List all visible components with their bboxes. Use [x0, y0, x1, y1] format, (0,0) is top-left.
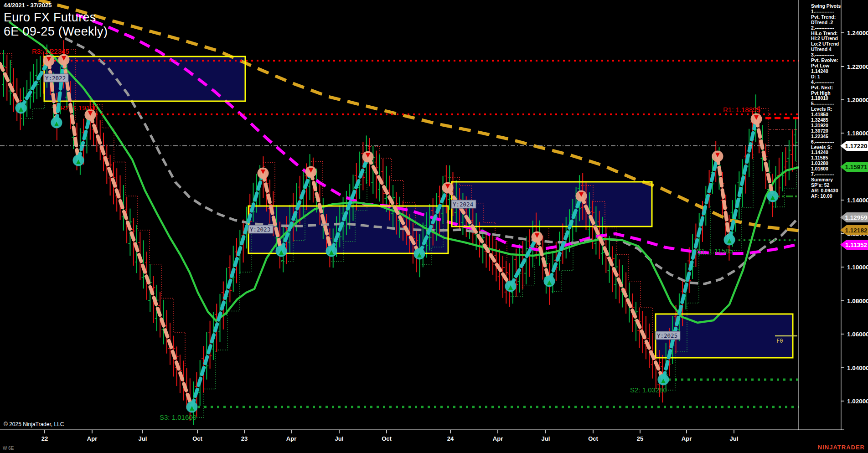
chart-header: 44/2021 - 37/2025 Euro FX Futures 6E 09-… [4, 2, 108, 39]
zigzag-down-leg[interactable] [90, 115, 192, 407]
ninjatrader-chart-window: R3: 1.22345R2: 1.19100R1: 1.18895S1: 1.1… [0, 0, 868, 453]
level-label-s1: S1: 1.11585 [697, 247, 733, 255]
level-label-s3: S3: 1.01600 [160, 413, 196, 421]
x-axis-tick-label: Apr [493, 435, 503, 442]
x-axis-tick-label: Jul [335, 435, 344, 442]
zigzag-down-leg[interactable] [756, 119, 773, 196]
y-axis-tick-label: 1.04000 [847, 365, 868, 371]
price-tag-label: 1.15971 [845, 164, 868, 170]
y-axis-tick-label: 1.06000 [847, 331, 868, 338]
x-axis-tick-label: Jul [139, 435, 147, 442]
y-axis-tick-label: 1.02000 [847, 398, 868, 405]
price-tag-label: 1.12959 [845, 214, 868, 221]
y-axis-tick-label: 1.14000 [847, 197, 868, 204]
pivot-panel-line: DTrend -2 [811, 20, 842, 26]
pivot-panel-line: AR: 0.09430 [811, 188, 842, 194]
pivot-panel-line: 6.------------ [811, 139, 842, 145]
zigzag-down-leg[interactable] [718, 156, 729, 240]
x-axis-tick-label: Oct [588, 435, 598, 442]
x-axis-tick-label: Jul [730, 435, 739, 442]
level-label-r1: R1: 1.18895 [723, 106, 760, 113]
stop-step-line-long [663, 206, 711, 390]
moving-averages [9, 0, 799, 323]
ninjatrader-logo: NINJATRADER [818, 444, 865, 451]
stop-step-line-short [90, 104, 185, 366]
ma-magenta-medium [76, 15, 799, 254]
x-axis-tick-label: 25 [637, 435, 643, 442]
copyright-label: © 2025 NinjaTrader, LLC [4, 421, 64, 427]
pivot-panel-line: 4.------------ [811, 80, 842, 85]
year-label-text: Y:2025 [657, 332, 677, 339]
price-tag-label: 1.17220 [845, 143, 868, 149]
x-axis-tick-label: Oct [382, 435, 392, 442]
y-axis-tick-label: 1.20000 [847, 97, 868, 103]
level-label-r2: R2: 1.19100 [60, 104, 98, 112]
price-tag-label: 1.11352 [845, 242, 867, 248]
x-axis-tick-label: 24 [447, 435, 454, 442]
pivot-panel-line: 1.14240 [811, 69, 842, 74]
y-axis-tick-label: 1.22000 [847, 63, 868, 70]
pivot-panel-line: AF: 10.00 [811, 194, 842, 199]
y-axis-tick-label: 1.18000 [847, 130, 868, 137]
stop-step-line-long [192, 233, 251, 418]
pivot-panel-line: 1.30720 [811, 129, 842, 134]
price-tags: 1.172201.159711.129591.121821.11352 [840, 141, 868, 250]
year-label-text: Y:2022 [45, 75, 66, 82]
x-axis-tick-label: Jul [542, 435, 550, 442]
price-tag-label: 1.12182 [845, 227, 868, 234]
pivot-panel-line: 1.22345 [811, 134, 842, 139]
x-axis-tick-label: Apr [87, 435, 97, 442]
x-axis-tick-label: Apr [682, 435, 692, 442]
y-axis-tick-label: 1.24000 [847, 30, 868, 36]
x-axis-tick-label: 23 [241, 435, 248, 442]
date-range-label: 44/2021 - 37/2025 [4, 2, 108, 9]
pivot-panel-line: D: 1 [811, 74, 842, 80]
chart-subtitle: 6E 09-25 (Weekly) [4, 25, 108, 39]
level-label-r3: R3: 1.22345 [32, 47, 69, 55]
x-axis-tick-label: Apr [286, 435, 296, 442]
x-axis-tick-label: 22 [41, 435, 48, 442]
year-label-text: Y:2023 [250, 226, 270, 233]
pivot-panel-line: 2.------------ [811, 26, 842, 31]
chart-title: Euro FX Futures [4, 10, 108, 25]
zigzag-up-leg[interactable] [729, 119, 756, 240]
instrument-label: W 6E [3, 446, 14, 451]
pivot-panel-line: Pvt. Next: [811, 85, 842, 91]
pivot-panel-line: Pvt. Trend: [811, 15, 842, 20]
swing-pivots-panel: Swing Pivots1.------------Pvt. Trend:DTr… [811, 4, 842, 199]
level-label-s2: S2: 1.03280 [630, 386, 667, 394]
y-axis-tick-label: 1.10000 [847, 264, 868, 271]
f0-label: F0 [776, 338, 783, 344]
year-label-text: Y:2024 [453, 201, 473, 208]
y-axis-tick-label: 1.08000 [847, 298, 868, 304]
chart-canvas[interactable]: R3: 1.22345R2: 1.19100R1: 1.18895S1: 1.1… [0, 0, 868, 453]
x-axis-tick-label: Oct [192, 435, 202, 442]
year-range-box[interactable] [452, 182, 652, 226]
